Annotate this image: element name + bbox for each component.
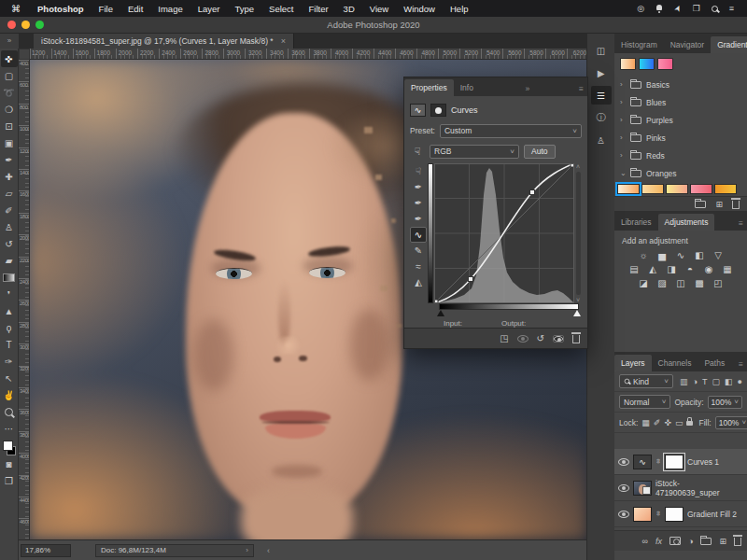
layer-row-photo[interactable]: iStock-471900639_super — [614, 475, 747, 501]
search-icon[interactable] — [712, 6, 718, 12]
tab-channels[interactable]: Channels — [652, 355, 698, 371]
control-center-icon[interactable]: ≡ — [729, 4, 734, 13]
history-panel-icon[interactable]: ◫ — [591, 41, 612, 60]
filter-type-icon[interactable]: T — [702, 377, 708, 386]
patch-tool[interactable]: ▱ — [1, 185, 18, 202]
recent-gradient-pink[interactable] — [657, 58, 673, 70]
camera-restore-icon[interactable]: ◎ — [637, 4, 644, 13]
menu-item[interactable]: Layer — [190, 4, 228, 14]
toggle-visibility-icon[interactable] — [553, 335, 564, 343]
menu-item[interactable]: File — [92, 4, 120, 14]
new-gradient-group-icon[interactable] — [695, 201, 706, 208]
white-point-slider[interactable] — [573, 310, 581, 316]
layer-mask-thumbnail[interactable] — [665, 455, 684, 469]
black-point-slider[interactable] — [437, 310, 444, 316]
panel-menu-icon[interactable]: ≡ — [579, 84, 584, 96]
scroll-up-icon[interactable]: ˄ — [576, 163, 580, 170]
expand-chevron-icon[interactable]: › — [620, 151, 626, 160]
menu-item[interactable]: Type — [227, 4, 261, 14]
smooth-curve-icon[interactable]: ≈ — [410, 259, 427, 274]
orange-gradient-3[interactable] — [666, 184, 688, 194]
filter-pin-icon[interactable]: ● — [737, 377, 741, 386]
actions-panel-icon[interactable]: ▶ — [591, 63, 612, 82]
menu-item[interactable]: Edit — [120, 4, 150, 14]
recent-gradient-blue[interactable] — [639, 58, 655, 70]
document-info[interactable]: Doc: 96,8M/123,4M › — [95, 544, 254, 557]
layer-mask-thumbnail[interactable] — [665, 507, 684, 522]
expand-chevron-icon[interactable]: › — [620, 80, 626, 89]
zoom-percentage-field[interactable]: 17,86% — [21, 544, 71, 557]
tab-layers[interactable]: Layers — [614, 355, 652, 371]
vibrance-icon[interactable]: ▽ — [712, 250, 725, 260]
location-arrow-icon[interactable]: ➤ — [672, 3, 684, 13]
tab-info[interactable]: Info — [454, 79, 480, 96]
tab-navigator[interactable]: Navigator — [664, 36, 711, 53]
posterize-icon[interactable]: ▨ — [655, 278, 669, 288]
gray-point-eyedropper-icon[interactable]: ✒ — [410, 195, 427, 211]
brush-tool[interactable]: ✐ — [1, 202, 18, 218]
menu-item[interactable]: Window — [396, 4, 443, 14]
color-balance-icon[interactable]: ◭ — [646, 264, 659, 274]
orange-gradient-4[interactable] — [690, 184, 712, 194]
lasso-tool[interactable]: ➰ — [1, 84, 18, 101]
scroll-down-icon[interactable]: ˅ — [576, 297, 580, 303]
menu-item[interactable]: Help — [443, 4, 476, 14]
displays-icon[interactable]: ❐ — [693, 4, 700, 13]
history-brush-tool[interactable]: ↺ — [1, 235, 18, 252]
gradient-tool[interactable] — [1, 269, 18, 286]
lock-transparency-icon[interactable]: ▦ — [641, 418, 650, 427]
photo-filter-icon[interactable]: ◓ — [684, 264, 697, 274]
expand-chevron-icon[interactable]: › — [620, 98, 626, 106]
properties-panel-icon[interactable]: ☰ — [591, 86, 612, 105]
expand-chevron-icon[interactable]: ⌄ — [620, 169, 626, 177]
layer-filter-kind-select[interactable]: Kind ˅ — [619, 374, 673, 388]
gradient-group-row[interactable]: › Purples — [614, 111, 747, 129]
hand-tool[interactable]: ✌ — [1, 386, 18, 403]
panel-menu-icon[interactable]: ≡ — [739, 359, 743, 371]
histogram-clipping-icon[interactable]: ◭ — [410, 274, 427, 290]
layer-name[interactable]: Curves 1 — [687, 457, 719, 467]
screen-mode-toggle[interactable]: ❐ — [1, 472, 18, 489]
link-layers-icon[interactable]: ∞ — [642, 537, 648, 546]
targeted-adjustment-hand-icon[interactable]: ☟ — [410, 146, 425, 158]
mask-link-icon[interactable]: ∞ — [655, 459, 662, 465]
menu-item[interactable]: View — [362, 4, 396, 14]
menu-item[interactable]: Filter — [301, 4, 335, 14]
channel-mixer-icon[interactable]: ◉ — [702, 264, 715, 274]
gradient-fill-thumbnail[interactable] — [633, 507, 652, 522]
fill-field[interactable]: 100% ˅ — [715, 416, 747, 429]
crop-tool[interactable]: ⊡ — [1, 118, 18, 134]
reset-adjustment-icon[interactable]: ↺ — [537, 333, 544, 343]
exposure-icon[interactable]: ◧ — [693, 250, 706, 260]
filter-image-icon[interactable]: ▥ — [680, 377, 688, 386]
new-group-icon[interactable] — [700, 538, 712, 545]
curves-layer-thumbnail[interactable]: ∿ — [633, 455, 652, 469]
brightness-contrast-icon[interactable]: ☼ — [637, 250, 650, 260]
blur-tool[interactable]: ❜ — [1, 286, 18, 302]
recent-gradient-peach[interactable] — [620, 58, 636, 70]
delete-adjustment-icon[interactable] — [572, 335, 580, 343]
clone-stamp-tool[interactable]: ♙ — [1, 218, 18, 235]
curves-grid[interactable] — [434, 163, 574, 303]
menu-item[interactable]: 3D — [336, 4, 362, 14]
gradient-group-row[interactable]: › Basics — [614, 76, 747, 93]
scrollbar[interactable] — [576, 172, 581, 295]
frame-tool[interactable]: ▣ — [1, 134, 18, 151]
layer-row-curves[interactable]: ∿ ∞ Curves 1 — [614, 449, 747, 475]
threshold-icon[interactable]: ◫ — [674, 278, 687, 288]
color-lookup-icon[interactable]: ▦ — [721, 264, 734, 274]
dodge-tool[interactable]: ϙ — [1, 319, 18, 336]
view-previous-state-icon[interactable] — [517, 335, 529, 343]
targeted-adjustment-icon[interactable]: ☟ — [410, 163, 427, 179]
layer-style-fx-icon[interactable]: fx — [655, 537, 662, 546]
zoom-tool[interactable] — [1, 403, 18, 420]
layer-visibility-eye-icon[interactable] — [618, 484, 629, 492]
gradient-group-row[interactable]: › Pinks — [614, 129, 747, 147]
channel-select[interactable]: RGB ˅ — [430, 145, 519, 159]
mask-badge-icon[interactable] — [430, 104, 446, 117]
menu-item[interactable]: Image — [150, 4, 190, 14]
auto-button[interactable]: Auto — [524, 145, 556, 159]
white-point-eyedropper-icon[interactable]: ✒ — [410, 211, 427, 227]
filter-shape-icon[interactable]: ▢ — [712, 377, 720, 386]
edit-toolbar-ellipsis[interactable]: ⋯ — [1, 420, 18, 437]
